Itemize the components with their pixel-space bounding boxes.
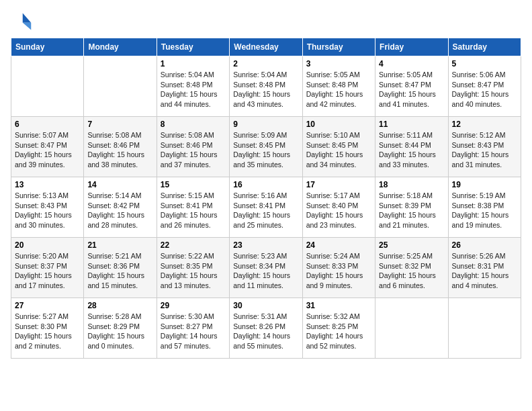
day-number: 14 xyxy=(87,180,152,189)
day-info: Sunrise: 5:23 AMSunset: 8:34 PMDaylight:… xyxy=(233,251,298,291)
day-header-wednesday: Wednesday xyxy=(230,38,302,56)
day-number: 19 xyxy=(452,180,517,189)
calendar-week-1: 1Sunrise: 5:04 AMSunset: 8:48 PMDaylight… xyxy=(11,56,521,117)
calendar-cell: 10Sunrise: 5:10 AMSunset: 8:45 PMDayligh… xyxy=(302,117,375,177)
calendar-cell xyxy=(11,56,84,117)
day-info: Sunrise: 5:32 AMSunset: 8:25 PMDaylight:… xyxy=(306,312,371,351)
calendar-cell: 20Sunrise: 5:20 AMSunset: 8:37 PMDayligh… xyxy=(11,238,84,298)
day-info: Sunrise: 5:08 AMSunset: 8:46 PMDaylight:… xyxy=(87,130,152,170)
calendar-cell: 8Sunrise: 5:08 AMSunset: 8:46 PMDaylight… xyxy=(157,117,229,177)
day-info: Sunrise: 5:08 AMSunset: 8:46 PMDaylight:… xyxy=(161,130,226,170)
calendar-cell xyxy=(375,298,448,359)
day-number: 16 xyxy=(233,180,298,189)
calendar-cell: 15Sunrise: 5:15 AMSunset: 8:41 PMDayligh… xyxy=(157,177,229,238)
logo-icon xyxy=(11,11,32,32)
day-number: 8 xyxy=(161,120,226,129)
calendar-cell: 13Sunrise: 5:13 AMSunset: 8:43 PMDayligh… xyxy=(11,177,84,238)
day-info: Sunrise: 5:25 AMSunset: 8:32 PMDaylight:… xyxy=(379,251,444,291)
day-number: 25 xyxy=(379,240,444,250)
calendar-cell: 3Sunrise: 5:05 AMSunset: 8:48 PMDaylight… xyxy=(302,56,375,117)
day-number: 17 xyxy=(306,180,371,189)
day-info: Sunrise: 5:24 AMSunset: 8:33 PMDaylight:… xyxy=(306,251,371,291)
calendar-cell: 5Sunrise: 5:06 AMSunset: 8:47 PMDaylight… xyxy=(448,56,521,117)
day-info: Sunrise: 5:10 AMSunset: 8:45 PMDaylight:… xyxy=(306,130,371,170)
logo xyxy=(11,11,35,32)
calendar-cell: 22Sunrise: 5:22 AMSunset: 8:35 PMDayligh… xyxy=(157,238,229,298)
day-number: 2 xyxy=(233,59,298,68)
calendar-cell: 12Sunrise: 5:12 AMSunset: 8:43 PMDayligh… xyxy=(448,117,521,177)
day-number: 21 xyxy=(87,240,152,250)
calendar-cell: 6Sunrise: 5:07 AMSunset: 8:47 PMDaylight… xyxy=(11,117,84,177)
day-number: 13 xyxy=(15,180,80,189)
calendar-cell: 28Sunrise: 5:28 AMSunset: 8:29 PMDayligh… xyxy=(84,298,157,359)
day-number: 7 xyxy=(87,120,152,129)
day-header-saturday: Saturday xyxy=(448,38,521,56)
calendar-cell: 14Sunrise: 5:14 AMSunset: 8:42 PMDayligh… xyxy=(84,177,157,238)
day-info: Sunrise: 5:11 AMSunset: 8:44 PMDaylight:… xyxy=(379,130,444,170)
day-info: Sunrise: 5:12 AMSunset: 8:43 PMDaylight:… xyxy=(452,130,517,170)
day-number: 24 xyxy=(306,240,371,250)
calendar-cell: 16Sunrise: 5:16 AMSunset: 8:41 PMDayligh… xyxy=(230,177,302,238)
calendar-header-row: SundayMondayTuesdayWednesdayThursdayFrid… xyxy=(11,38,521,56)
calendar-cell: 11Sunrise: 5:11 AMSunset: 8:44 PMDayligh… xyxy=(375,117,448,177)
day-info: Sunrise: 5:05 AMSunset: 8:47 PMDaylight:… xyxy=(379,70,444,109)
calendar-cell: 24Sunrise: 5:24 AMSunset: 8:33 PMDayligh… xyxy=(302,238,375,298)
day-number: 22 xyxy=(161,240,226,250)
day-info: Sunrise: 5:04 AMSunset: 8:48 PMDaylight:… xyxy=(233,70,298,109)
calendar-cell: 29Sunrise: 5:30 AMSunset: 8:27 PMDayligh… xyxy=(157,298,229,359)
calendar-cell: 4Sunrise: 5:05 AMSunset: 8:47 PMDaylight… xyxy=(375,56,448,117)
day-number: 11 xyxy=(379,120,444,129)
day-number: 28 xyxy=(87,301,152,310)
day-number: 27 xyxy=(15,301,80,310)
day-header-friday: Friday xyxy=(375,38,448,56)
day-info: Sunrise: 5:14 AMSunset: 8:42 PMDaylight:… xyxy=(87,191,152,230)
calendar-cell: 25Sunrise: 5:25 AMSunset: 8:32 PMDayligh… xyxy=(375,238,448,298)
day-number: 1 xyxy=(161,59,226,68)
day-info: Sunrise: 5:27 AMSunset: 8:30 PMDaylight:… xyxy=(15,312,80,351)
day-number: 23 xyxy=(233,240,298,250)
day-number: 6 xyxy=(15,120,80,129)
calendar-cell: 31Sunrise: 5:32 AMSunset: 8:25 PMDayligh… xyxy=(302,298,375,359)
day-info: Sunrise: 5:07 AMSunset: 8:47 PMDaylight:… xyxy=(15,130,80,170)
calendar-week-3: 13Sunrise: 5:13 AMSunset: 8:43 PMDayligh… xyxy=(11,177,521,238)
day-info: Sunrise: 5:09 AMSunset: 8:45 PMDaylight:… xyxy=(233,130,298,170)
day-number: 10 xyxy=(306,120,371,129)
day-number: 5 xyxy=(452,59,517,68)
day-header-monday: Monday xyxy=(84,38,157,56)
calendar-cell xyxy=(84,56,157,117)
day-info: Sunrise: 5:26 AMSunset: 8:31 PMDaylight:… xyxy=(452,251,517,291)
calendar-cell: 23Sunrise: 5:23 AMSunset: 8:34 PMDayligh… xyxy=(230,238,302,298)
day-info: Sunrise: 5:13 AMSunset: 8:43 PMDaylight:… xyxy=(15,191,80,230)
calendar-cell: 26Sunrise: 5:26 AMSunset: 8:31 PMDayligh… xyxy=(448,238,521,298)
calendar-table: SundayMondayTuesdayWednesdayThursdayFrid… xyxy=(11,38,521,359)
day-info: Sunrise: 5:28 AMSunset: 8:29 PMDaylight:… xyxy=(87,312,152,351)
calendar-week-4: 20Sunrise: 5:20 AMSunset: 8:37 PMDayligh… xyxy=(11,238,521,298)
day-number: 20 xyxy=(15,240,80,250)
calendar-cell: 9Sunrise: 5:09 AMSunset: 8:45 PMDaylight… xyxy=(230,117,302,177)
calendar-cell: 7Sunrise: 5:08 AMSunset: 8:46 PMDaylight… xyxy=(84,117,157,177)
calendar-cell: 27Sunrise: 5:27 AMSunset: 8:30 PMDayligh… xyxy=(11,298,84,359)
day-number: 4 xyxy=(379,59,444,68)
day-number: 18 xyxy=(379,180,444,189)
day-info: Sunrise: 5:16 AMSunset: 8:41 PMDaylight:… xyxy=(233,191,298,230)
day-info: Sunrise: 5:21 AMSunset: 8:36 PMDaylight:… xyxy=(87,251,152,291)
day-info: Sunrise: 5:19 AMSunset: 8:38 PMDaylight:… xyxy=(452,191,517,230)
day-info: Sunrise: 5:18 AMSunset: 8:39 PMDaylight:… xyxy=(379,191,444,230)
calendar-cell xyxy=(448,298,521,359)
calendar-cell: 2Sunrise: 5:04 AMSunset: 8:48 PMDaylight… xyxy=(230,56,302,117)
day-number: 3 xyxy=(306,59,371,68)
day-number: 15 xyxy=(161,180,226,189)
day-header-sunday: Sunday xyxy=(11,38,84,56)
day-number: 12 xyxy=(452,120,517,129)
calendar-cell: 30Sunrise: 5:31 AMSunset: 8:26 PMDayligh… xyxy=(230,298,302,359)
calendar-cell: 18Sunrise: 5:18 AMSunset: 8:39 PMDayligh… xyxy=(375,177,448,238)
day-info: Sunrise: 5:31 AMSunset: 8:26 PMDaylight:… xyxy=(233,312,298,351)
calendar-week-5: 27Sunrise: 5:27 AMSunset: 8:30 PMDayligh… xyxy=(11,298,521,359)
page-header xyxy=(11,11,521,32)
calendar-week-2: 6Sunrise: 5:07 AMSunset: 8:47 PMDaylight… xyxy=(11,117,521,177)
calendar-cell: 1Sunrise: 5:04 AMSunset: 8:48 PMDaylight… xyxy=(157,56,229,117)
day-info: Sunrise: 5:22 AMSunset: 8:35 PMDaylight:… xyxy=(161,251,226,291)
day-header-thursday: Thursday xyxy=(302,38,375,56)
day-header-tuesday: Tuesday xyxy=(157,38,229,56)
day-number: 31 xyxy=(306,301,371,310)
